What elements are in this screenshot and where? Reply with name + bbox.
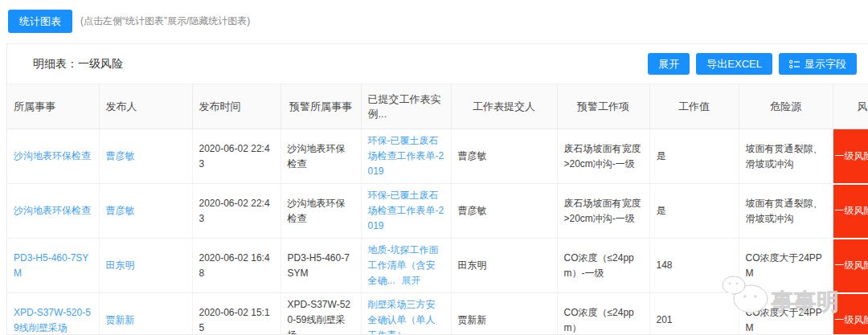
table-row: PD3-H5-460-7SYM田东明2020-06-02 16:48PD3-H5… <box>7 239 868 293</box>
show-fields-button[interactable]: 显示字段 <box>779 53 857 75</box>
table-cell: 坡面有贯通裂隙、滑坡或冲沟 <box>739 129 833 184</box>
table-cell: XPD-S37W-520-59线削壁采场 <box>7 293 99 335</box>
column-header-8: 危险源 <box>739 84 833 129</box>
cell-text: PD3-H5-460-7SYM <box>288 252 350 279</box>
cell-text: 沙沟地表环保检查 <box>288 198 346 224</box>
cell-link[interactable]: 沙沟地表环保检查 <box>14 205 91 216</box>
table-row: 沙沟地表环保检查曹彦敏2020-06-02 22:43沙沟地表环保检查环保-已覆… <box>7 184 868 239</box>
cell-text: CO浓度大于24PPM <box>746 252 822 279</box>
table-cell: 田东明 <box>99 239 192 293</box>
cell-text: 一级风险 <box>835 205 868 216</box>
table-cell: 2020-06-02 22:43 <box>192 129 280 184</box>
cell-text: 坡面有贯通裂隙、滑坡或冲沟 <box>746 143 823 170</box>
risk-level-cell: 一级风险 <box>833 239 868 293</box>
cell-link[interactable]: 曹彦敏 <box>106 205 135 216</box>
cell-text: 一级风险 <box>835 150 868 161</box>
column-header-9: 风 <box>833 84 868 129</box>
table-cell: 废石场坡面有宽度>20cm冲沟-一级 <box>557 129 649 184</box>
table-cell: 曹彦敏 <box>99 184 192 239</box>
risk-table-container[interactable]: 所属事事发布人发布时间预警所属事事已提交工作表实例...工作表提交人预警工作项工… <box>7 84 868 335</box>
table-cell: 曹彦敏 <box>99 129 192 184</box>
table-cell: 沙沟地表环保检查 <box>280 129 361 184</box>
cell-link[interactable]: XPD-S37W-520-59线削壁采场 <box>14 307 91 333</box>
cell-link[interactable]: 沙沟地表环保检查 <box>14 150 91 161</box>
cell-text: 一级风险 <box>835 314 868 325</box>
cell-link[interactable]: 田东明 <box>106 259 135 271</box>
cell-link[interactable]: 环保-已覆土废石场检查工作表单-2019 <box>368 190 444 231</box>
table-cell: 148 <box>649 239 739 293</box>
cell-text: 148 <box>657 259 673 271</box>
panel-actions: 展开 导出EXCEL 显示字段 <box>648 53 857 75</box>
cell-text: 是 <box>657 150 666 161</box>
cell-text: 沙沟地表环保检查 <box>288 143 346 170</box>
table-cell: 沙沟地表环保检查 <box>7 129 99 184</box>
expand-cell-link[interactable]: 展开 <box>402 275 421 286</box>
cell-link[interactable]: PD3-H5-460-7SYM <box>14 252 88 279</box>
column-header-5: 工作表提交人 <box>451 84 557 129</box>
cell-text: 2020-06-02 15:15 <box>199 307 270 333</box>
risk-detail-table: 所属事事发布人发布时间预警所属事事已提交工作表实例...工作表提交人预警工作项工… <box>7 84 868 335</box>
fields-settings-icon <box>789 59 800 69</box>
cell-text: CO浓度（≤24ppm） <box>564 307 634 333</box>
table-cell: PD3-H5-460-7SYM <box>7 239 99 293</box>
column-header-0: 所属事事 <box>7 84 99 129</box>
column-header-3: 预警所属事事 <box>280 84 361 129</box>
cell-text: CO浓度（≤24ppm）-一级 <box>564 252 634 279</box>
cell-link[interactable]: 曹彦敏 <box>106 150 135 161</box>
table-cell: CO浓度大于24PPM <box>739 293 833 335</box>
cell-link[interactable]: 环保-已覆土废石场检查工作表单-2019 <box>368 135 444 177</box>
panel-header: 明细表：一级风险 展开 导出EXCEL 显示字段 <box>7 44 868 84</box>
table-cell: 2020-06-02 22:43 <box>192 184 280 239</box>
cell-text: 曹彦敏 <box>458 150 487 161</box>
table-cell: CO浓度大于24PPM <box>739 239 833 293</box>
table-row: XPD-S37W-520-59线削壁采场贾新新2020-06-02 15:15X… <box>7 293 868 335</box>
cell-link[interactable]: 贾新新 <box>106 314 135 325</box>
cell-text: 2020-06-02 22:43 <box>199 143 270 170</box>
expand-button[interactable]: 展开 <box>648 53 690 75</box>
stats-chart-toggle-button[interactable]: 统计图表 <box>8 10 72 33</box>
table-cell: 沙沟地表环保检查 <box>280 184 361 239</box>
column-header-1: 发布人 <box>99 84 192 129</box>
cell-text: XPD-S37W-520-59线削壁采场 <box>288 299 350 335</box>
top-toolbar: 统计图表 (点击左侧“统计图表”展示/隐藏统计图表) <box>8 10 250 33</box>
risk-level-cell: 一级风险 <box>833 293 868 335</box>
cell-text: CO浓度大于24PPM <box>746 307 822 333</box>
table-cell: 削壁采场三方安全确认单（单人工作表） <box>361 293 451 335</box>
table-cell: 曹彦敏 <box>451 184 557 239</box>
table-header-row: 所属事事发布人发布时间预警所属事事已提交工作表实例...工作表提交人预警工作项工… <box>7 84 868 129</box>
cell-link[interactable]: 削壁采场三方安全确认单（单人工作表） <box>368 299 436 335</box>
cell-text: 废石场坡面有宽度>20cm冲沟-一级 <box>564 198 641 224</box>
cell-text: 贾新新 <box>458 314 487 325</box>
cell-text: 2020-06-02 16:48 <box>199 252 270 279</box>
cell-text: 2020-06-02 22:43 <box>199 198 270 224</box>
show-fields-label: 显示字段 <box>805 59 846 69</box>
export-excel-button[interactable]: 导出EXCEL <box>696 53 772 75</box>
risk-level-cell: 一级风险 <box>833 184 868 239</box>
table-cell: 2020-06-02 16:48 <box>192 239 280 293</box>
table-cell: XPD-S37W-520-59线削壁采场 <box>280 293 361 335</box>
table-cell: CO浓度（≤24ppm） <box>557 293 649 335</box>
table-row: 沙沟地表环保检查曹彦敏2020-06-02 22:43沙沟地表环保检查环保-已覆… <box>7 129 868 184</box>
risk-level-cell: 一级风险 <box>833 129 868 184</box>
stats-chart-hint-text: (点击左侧“统计图表”展示/隐藏统计图表) <box>80 14 250 28</box>
table-cell: CO浓度（≤24ppm）-一级 <box>557 239 649 293</box>
table-cell: 贾新新 <box>99 293 192 335</box>
cell-text: 是 <box>657 205 666 216</box>
table-cell: 沙沟地表环保检查 <box>7 184 99 239</box>
cell-text: 田东明 <box>458 259 487 271</box>
cell-text: 坡面有贯通裂隙、滑坡或冲沟 <box>746 198 823 224</box>
table-cell: 201 <box>649 293 739 335</box>
table-cell: 田东明 <box>451 239 557 293</box>
table-cell: 是 <box>649 184 739 239</box>
cell-text: 废石场坡面有宽度>20cm冲沟-一级 <box>564 143 641 170</box>
cell-text: 曹彦敏 <box>458 205 487 216</box>
column-header-6: 预警工作项 <box>557 84 649 129</box>
table-cell: 贾新新 <box>451 293 557 335</box>
table-cell: 2020-06-02 15:15 <box>192 293 280 335</box>
table-cell: 废石场坡面有宽度>20cm冲沟-一级 <box>557 184 649 239</box>
table-cell: 坡面有贯通裂隙、滑坡或冲沟 <box>739 184 833 239</box>
cell-text: 一级风险 <box>835 259 868 271</box>
table-cell: 地质-坑探工作面工作清单（含安全确...展开 <box>361 239 451 293</box>
cell-text: 201 <box>657 314 673 325</box>
column-header-7: 工作值 <box>649 84 739 129</box>
